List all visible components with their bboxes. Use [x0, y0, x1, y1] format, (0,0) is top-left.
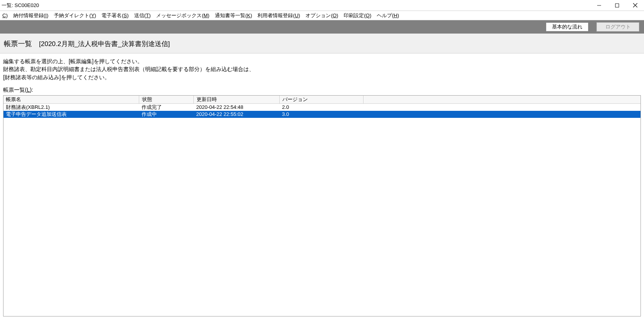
table-row[interactable]: 財務諸表(XBRL2.1)作成完了2020-04-22 22:54:482.0 [4, 104, 640, 111]
list-header[interactable]: 帳票名 状態 更新日時 バージョン [4, 96, 640, 104]
cell-version: 2.0 [280, 104, 364, 111]
minimize-icon [597, 4, 601, 7]
instruction-line: 編集する帳票を選択の上、[帳票編集]を押してください。 [3, 57, 641, 65]
page-body: 編集する帳票を選択の上、[帳票編集]を押してください。 財務諸表、勘定科目内訳明… [0, 53, 644, 320]
page-title: 帳票一覧 [4, 39, 32, 48]
menu-item[interactable]: ヘルプ(H) [377, 11, 399, 20]
maximize-button[interactable] [608, 0, 626, 11]
cell-date: 2020-04-22 22:54:48 [194, 104, 280, 111]
menu-item[interactable]: 電子署名(S) [101, 11, 128, 20]
column-header-spacer [364, 96, 640, 103]
cell-name: 電子申告データ追加送信表 [4, 111, 139, 118]
list-label: 帳票一覧(L): [3, 87, 641, 94]
menubar: C)納付情報登録(I)予納ダイレクト(Y)電子署名(S)送信(T)メッセージボッ… [0, 11, 644, 20]
svg-rect-1 [616, 4, 619, 7]
logout-button: ログアウト [596, 22, 639, 32]
table-row[interactable]: 電子申告データ追加送信表作成中2020-04-22 22:55:023.0 [4, 111, 640, 118]
list-rows: 財務諸表(XBRL2.1)作成完了2020-04-22 22:54:482.0電… [4, 104, 640, 118]
column-header-version[interactable]: バージョン [280, 96, 364, 103]
close-button[interactable] [626, 0, 644, 11]
menu-item[interactable]: C) [2, 11, 8, 20]
window-controls [590, 0, 644, 11]
menu-item[interactable]: 納付情報登録(I) [13, 11, 48, 20]
titlebar: 一覧: SC00E020 [0, 0, 644, 11]
maximize-icon [615, 4, 619, 7]
basic-flow-button[interactable]: 基本的な流れ [546, 22, 589, 32]
menu-item[interactable]: メッセージボックス(M) [156, 11, 209, 20]
cell-date: 2020-04-22 22:55:02 [194, 111, 280, 118]
menu-item[interactable]: 送信(T) [134, 11, 151, 20]
cell-status: 作成完了 [139, 104, 194, 111]
cell-name: 財務諸表(XBRL2.1) [4, 104, 139, 111]
cell-version: 3.0 [280, 111, 364, 118]
window-title: 一覧: SC00E020 [2, 2, 39, 9]
menu-item[interactable]: オプション(O) [305, 11, 338, 20]
menu-item[interactable]: 利用者情報登録(U) [257, 11, 300, 20]
instruction-line: [財務諸表等の組み込み]を押してください。 [3, 73, 641, 81]
instructions: 編集する帳票を選択の上、[帳票編集]を押してください。 財務諸表、勘定科目内訳明… [3, 57, 641, 81]
menu-item[interactable]: 通知書等一覧(K) [215, 11, 252, 20]
menu-item[interactable]: 印刷設定(Q) [344, 11, 371, 20]
column-header-name[interactable]: 帳票名 [4, 96, 139, 103]
minimize-button[interactable] [590, 0, 608, 11]
report-list[interactable]: 帳票名 状態 更新日時 バージョン 財務諸表(XBRL2.1)作成完了2020-… [3, 95, 641, 316]
page-subtitle: [2020.2月期_法人税申告書_決算書別途送信] [39, 39, 170, 48]
column-header-status[interactable]: 状態 [139, 96, 194, 103]
toolbar: 基本的な流れ ログアウト [0, 20, 644, 34]
column-header-date[interactable]: 更新日時 [194, 96, 280, 103]
page-header: 帳票一覧 [2020.2月期_法人税申告書_決算書別途送信] [0, 34, 644, 53]
close-icon [633, 3, 637, 7]
menu-item[interactable]: 予納ダイレクト(Y) [54, 11, 96, 20]
cell-status: 作成中 [139, 111, 194, 118]
instruction-line: 財務諸表、勘定科目内訳明細書または法人税申告書別表（明細記載を要する部分）を組み… [3, 65, 641, 73]
